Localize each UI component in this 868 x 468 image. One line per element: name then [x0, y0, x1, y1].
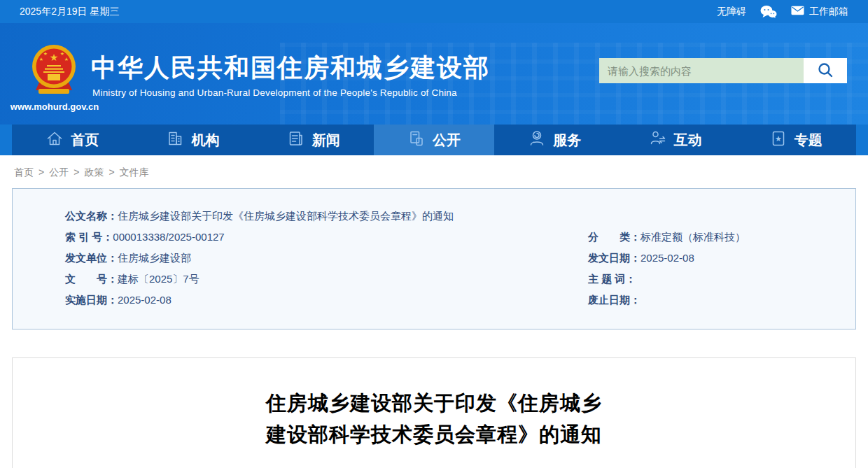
meta-label: 分 类： — [588, 231, 640, 243]
nav-item-organization[interactable]: 机构 — [132, 125, 253, 155]
svg-text:★: ★ — [50, 52, 59, 63]
work-mailbox-link[interactable]: 工作邮箱 — [791, 6, 848, 18]
nav-item-interaction[interactable]: 互动 — [615, 125, 735, 155]
breadcrumb-separator: > — [74, 166, 79, 178]
breadcrumb: 首页>公开>政策>文件库 — [14, 166, 868, 179]
meta-row-issue-date: 发文日期：2025-02-08 — [588, 248, 834, 269]
site-subtitle-english: Ministry of Housing and Urban-Rural Deve… — [92, 87, 457, 98]
nav-item-label: 服务 — [553, 131, 581, 150]
meta-value: 2025-02-08 — [118, 294, 172, 306]
main-nav: 首页 机构 新闻 — [0, 125, 868, 155]
breadcrumb-disclosure[interactable]: 公开 — [49, 166, 69, 178]
meta-value: 建标〔2025〕7号 — [118, 273, 200, 285]
breadcrumb-separator: > — [38, 166, 44, 178]
nav-item-home[interactable]: 首页 — [12, 125, 132, 155]
star-badge-icon: ★ — [769, 129, 788, 151]
nav-item-topics[interactable]: ★ 专题 — [736, 125, 856, 155]
svg-text:★: ★ — [64, 57, 69, 62]
site-header: ★ ★ ★ ★ ★ www.mohurd.gov.cn 中华人民共和国住房和城乡… — [0, 23, 868, 125]
main-nav-inner: 首页 机构 新闻 — [12, 125, 856, 155]
topbar-date: 2025年2月19日 星期三 — [20, 6, 119, 18]
svg-text:★: ★ — [775, 134, 782, 143]
meta-row-document-name: 公文名称：住房城乡建设部关于印发《住房城乡建设部科学技术委员会章程》的通知 — [65, 206, 834, 227]
meta-row-index-number: 索 引 号：000013338/2025-00127 — [65, 227, 588, 248]
search-input[interactable] — [599, 58, 804, 83]
meta-row-abolish-date: 废止日期： — [588, 290, 834, 311]
meta-row-document-number: 文 号：建标〔2025〕7号 — [65, 269, 588, 290]
article-title: 住房城乡建设部关于印发《住房城乡 建设部科学技术委员会章程》的通知 — [13, 388, 855, 451]
meta-value: 住房城乡建设部 — [118, 252, 191, 264]
site-title[interactable]: 中华人民共和国住房和城乡建设部 — [91, 51, 490, 85]
article-title-line2: 建设部科学技术委员会章程》的通知 — [13, 419, 855, 451]
svg-text:★: ★ — [39, 57, 43, 62]
search-button[interactable] — [804, 58, 847, 83]
nav-item-label: 新闻 — [312, 131, 340, 150]
person-arrows-icon — [649, 129, 667, 151]
topbar: 2025年2月19日 星期三 无障碍 工作邮箱 — [0, 0, 868, 23]
newspaper-icon — [287, 129, 305, 151]
nav-item-services[interactable]: 服务 — [494, 125, 615, 155]
meta-row-category: 分 类：标准定额（标准科技） — [588, 227, 834, 248]
meta-row-issuing-unit: 发文单位：住房城乡建设部 — [65, 248, 588, 269]
site-url: www.mohurd.gov.cn — [10, 101, 99, 112]
accessibility-link[interactable]: 无障碍 — [717, 6, 746, 18]
breadcrumb-file-library[interactable]: 文件库 — [120, 166, 149, 178]
article-title-line1: 住房城乡建设部关于印发《住房城乡 — [13, 388, 855, 419]
building-icon — [166, 129, 184, 151]
meta-label: 发文单位： — [65, 252, 118, 264]
home-icon — [46, 129, 64, 151]
work-mailbox-label: 工作邮箱 — [809, 6, 848, 18]
search-icon — [817, 62, 834, 80]
meta-label: 实施日期： — [65, 294, 118, 306]
wechat-icon[interactable] — [760, 5, 777, 19]
meta-value: 住房城乡建设部关于印发《住房城乡建设部科学技术委员会章程》的通知 — [118, 210, 454, 222]
person-service-icon — [528, 129, 546, 151]
nav-item-label: 机构 — [191, 131, 219, 150]
document-meta-grid: 公文名称：住房城乡建设部关于印发《住房城乡建设部科学技术委员会章程》的通知 索 … — [65, 206, 834, 311]
national-emblem[interactable]: ★ ★ ★ ★ ★ — [31, 43, 77, 99]
meta-value: 000013338/2025-00127 — [113, 231, 224, 243]
breadcrumb-separator: > — [108, 166, 114, 178]
meta-label: 发文日期： — [588, 252, 640, 264]
breadcrumb-home[interactable]: 首页 — [14, 166, 34, 178]
search-box — [599, 58, 847, 83]
meta-value: 标准定额（标准科技） — [640, 231, 746, 243]
nav-item-news[interactable]: 新闻 — [253, 125, 374, 155]
article-box: 住房城乡建设部关于印发《住房城乡 建设部科学技术委员会章程》的通知 — [12, 357, 856, 468]
breadcrumb-policy[interactable]: 政策 — [84, 166, 104, 178]
topbar-right: 无障碍 工作邮箱 — [717, 5, 848, 19]
nav-item-label: 互动 — [674, 131, 702, 150]
document-meta-box: 公文名称：住房城乡建设部关于印发《住房城乡建设部科学技术委员会章程》的通知 索 … — [12, 188, 856, 329]
nav-item-disclosure[interactable]: 公开 — [374, 125, 494, 155]
mail-icon — [791, 6, 804, 17]
nav-item-label: 公开 — [433, 131, 461, 150]
meta-label: 公文名称： — [65, 210, 118, 222]
meta-label: 索 引 号： — [65, 231, 113, 243]
documents-icon — [407, 129, 426, 151]
meta-row-subject-words: 主 题 词： — [588, 269, 834, 290]
meta-label: 废止日期： — [588, 294, 640, 306]
meta-row-implementation-date: 实施日期：2025-02-08 — [65, 290, 588, 311]
meta-label: 主 题 词： — [588, 273, 636, 285]
meta-value: 2025-02-08 — [640, 252, 694, 264]
nav-item-label: 首页 — [71, 131, 99, 150]
svg-text:★: ★ — [60, 51, 64, 56]
svg-text:★: ★ — [43, 51, 48, 56]
nav-item-label: 专题 — [794, 131, 822, 150]
meta-label: 文 号： — [65, 273, 118, 285]
